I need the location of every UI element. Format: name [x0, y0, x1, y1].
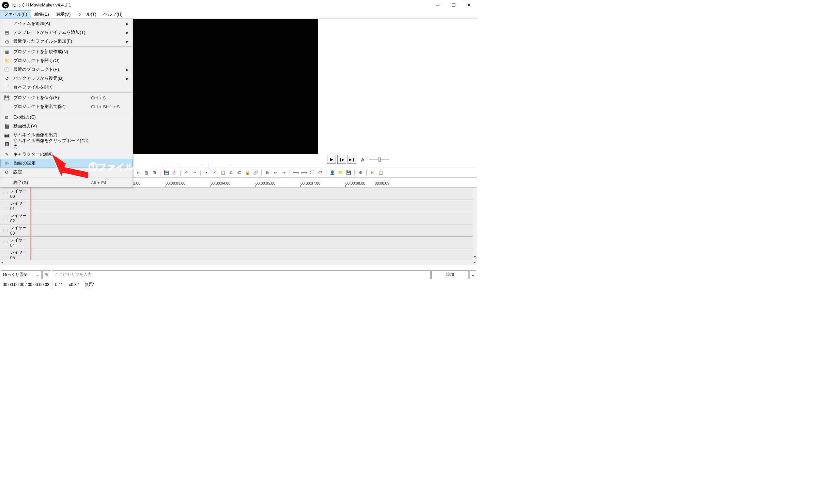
layer-header[interactable]: ⋮⋮レイヤー 05: [0, 249, 31, 261]
submenu-arrow-icon: ▸: [125, 30, 130, 35]
minimize-button[interactable]: ─: [430, 0, 446, 10]
menu-view[interactable]: 表示(V): [52, 10, 74, 18]
layer-name: レイヤー 04: [10, 237, 30, 248]
file-menu-item-1[interactable]: ▤テンプレートからアイテムを追加(T)▸: [0, 28, 133, 37]
app-icon: ゆ: [2, 2, 9, 9]
menu-edit[interactable]: 編集(E): [31, 10, 52, 18]
volume-icon[interactable]: 🔊: [360, 157, 366, 162]
layer-name: レイヤー 05: [10, 250, 30, 260]
file-menu-item-4[interactable]: ▦プロジェクトを新規作成(N): [0, 47, 133, 56]
script-icon: 📄: [3, 85, 11, 90]
titlebar: ゆ ゆっくりMovieMaker v4.4.1.1 ─ ☐ ✕: [0, 0, 477, 10]
menu-item-label: アイテムを追加(A): [11, 20, 91, 27]
layer-row[interactable]: ⋮⋮レイヤー 00: [0, 188, 473, 200]
split-left-icon[interactable]: ⟽: [292, 169, 299, 176]
file-menu-item-13[interactable]: 🗎Exo出力(E): [0, 113, 133, 122]
layer-track[interactable]: [31, 188, 473, 200]
status-project: 無題*: [82, 280, 97, 289]
file-menu-item-6[interactable]: 🕘最近のプロジェクト(P)▸: [0, 65, 133, 74]
preview-viewport[interactable]: [133, 19, 318, 154]
file-menu-item-8[interactable]: 📄台本ファイルを開く: [0, 83, 133, 92]
play-button[interactable]: ▶: [327, 155, 336, 164]
char-icon: ✎: [3, 152, 11, 157]
menu-item-label: テンプレートからアイテムを追加(T): [11, 29, 91, 35]
drag-handle-icon[interactable]: ⋮⋮: [2, 241, 9, 245]
menu-item-label: 台本ファイルを開く: [11, 84, 91, 90]
menu-tools[interactable]: ツール(T): [74, 10, 100, 18]
submenu-arrow-icon: ▸: [125, 39, 130, 44]
drag-handle-icon[interactable]: ⋮⋮: [2, 192, 9, 195]
layer-header[interactable]: ⋮⋮レイヤー 01: [0, 200, 31, 212]
status-time: 00:00:00.00 / 00:00:00.03: [0, 280, 52, 289]
save2-icon[interactable]: 💾: [345, 169, 352, 176]
dropdown-icon: ⌄: [36, 272, 39, 277]
layer-header[interactable]: ⋮⋮レイヤー 02: [0, 212, 31, 224]
maximize-button[interactable]: ☐: [446, 0, 461, 10]
file-menu-item-14[interactable]: 🎬動画出力(V): [0, 122, 133, 130]
layer-track[interactable]: [31, 200, 473, 212]
time-icon[interactable]: ⏱: [317, 169, 324, 176]
layer-track[interactable]: [31, 224, 473, 236]
serif-input[interactable]: ここにセリフを入力: [52, 270, 431, 279]
recent-icon: 🕘: [3, 67, 11, 72]
drag-handle-icon[interactable]: ⋮⋮: [2, 216, 9, 220]
vid-icon: 🎬: [3, 124, 11, 129]
link-icon[interactable]: 🔗: [252, 169, 259, 176]
file-menu-item-2[interactable]: ◷最近使ったファイルを追加(F)▸: [0, 37, 133, 46]
serif-input-bar: ゆっくり霊夢 ⌄ ✎ ここにセリフを入力 追加 ⌄: [0, 269, 477, 280]
layer-row[interactable]: ⋮⋮レイヤー 02: [0, 212, 473, 224]
annotation-overlay: ①ファイル⇒動画の設定をクリック: [51, 153, 234, 180]
drag-handle-icon[interactable]: ⋮⋮: [2, 253, 9, 257]
tag-icon[interactable]: 🏷: [235, 169, 243, 176]
volume-slider[interactable]: [369, 159, 389, 160]
menu-item-shortcut: Ctrl + S: [91, 95, 125, 100]
layer-header[interactable]: ⋮⋮レイヤー 04: [0, 237, 31, 249]
drag-handle-icon[interactable]: ⋮⋮: [2, 204, 9, 208]
drag-handle-icon[interactable]: ⋮⋮: [2, 229, 9, 232]
copy2-icon[interactable]: ⎘: [369, 169, 376, 176]
layer-row[interactable]: ⋮⋮レイヤー 05: [0, 249, 473, 261]
layer-row[interactable]: ⋮⋮レイヤー 03: [0, 224, 473, 237]
align-left-icon[interactable]: ⇤: [272, 169, 279, 176]
layer-track[interactable]: [31, 212, 473, 224]
svg-marker-0: [51, 153, 89, 179]
vertical-scrollbar[interactable]: ▾: [473, 188, 477, 259]
folder-icon[interactable]: 📁: [337, 169, 344, 176]
playback-controls: ▶ ❙▶ ▶❙ 🔊: [327, 155, 389, 164]
step-button[interactable]: ❙▶: [337, 155, 346, 164]
add-button[interactable]: 追加: [431, 270, 469, 279]
char-icon[interactable]: 👤: [328, 169, 336, 176]
fit-icon[interactable]: ⛶: [308, 169, 316, 176]
menu-item-label: 動画出力(V): [11, 123, 91, 129]
menu-item-label: プロジェクトを保存(S): [11, 95, 91, 101]
layer-track[interactable]: [31, 237, 473, 249]
menu-help[interactable]: ヘルプ(H): [100, 10, 126, 18]
file-menu-item-0[interactable]: アイテムを追加(A)▸: [0, 19, 133, 28]
settings-icon[interactable]: ⚙: [357, 169, 364, 176]
layer-header[interactable]: ⋮⋮レイヤー 00: [0, 188, 31, 200]
file-menu-item-5[interactable]: 📁プロジェクトを開く(O): [0, 56, 133, 65]
file-menu-item-7[interactable]: ↺バックアップから復元(B)▸: [0, 74, 133, 83]
layer-row[interactable]: ⋮⋮レイヤー 01: [0, 200, 473, 212]
next-button[interactable]: ▶❙: [348, 155, 356, 164]
horizontal-scrollbar[interactable]: [0, 260, 477, 265]
file-menu-item-11[interactable]: プロジェクトを別名で保存Ctrl + Shift + S: [0, 102, 133, 111]
delete-icon[interactable]: 🗑: [264, 169, 271, 176]
lock-icon[interactable]: 🔒: [244, 169, 251, 176]
layer-header[interactable]: ⋮⋮レイヤー 03: [0, 224, 31, 236]
layer-row[interactable]: ⋮⋮レイヤー 04: [0, 237, 473, 249]
close-button[interactable]: ✕: [461, 0, 477, 10]
character-config-button[interactable]: ✎: [42, 270, 51, 279]
menu-file[interactable]: ファイル(F): [0, 10, 31, 18]
paste2-icon[interactable]: 📋: [377, 169, 384, 176]
layer-track[interactable]: [31, 249, 473, 261]
split-right-icon[interactable]: ⟾: [300, 169, 308, 176]
file-menu-item-10[interactable]: 💾プロジェクトを保存(S)Ctrl + S: [0, 93, 133, 102]
add-dropdown-button[interactable]: ⌄: [469, 270, 476, 279]
ruler-mark: 00:00:07.00: [300, 181, 320, 185]
character-select[interactable]: ゆっくり霊夢 ⌄: [1, 270, 42, 279]
playhead[interactable]: [31, 177, 31, 259]
align-right-icon[interactable]: ⇥: [280, 169, 288, 176]
ruler-mark: 00:00:05.00: [256, 181, 275, 185]
file-menu-item-16[interactable]: 🖼サムネイル画像をクリップボードに出力: [0, 139, 133, 148]
